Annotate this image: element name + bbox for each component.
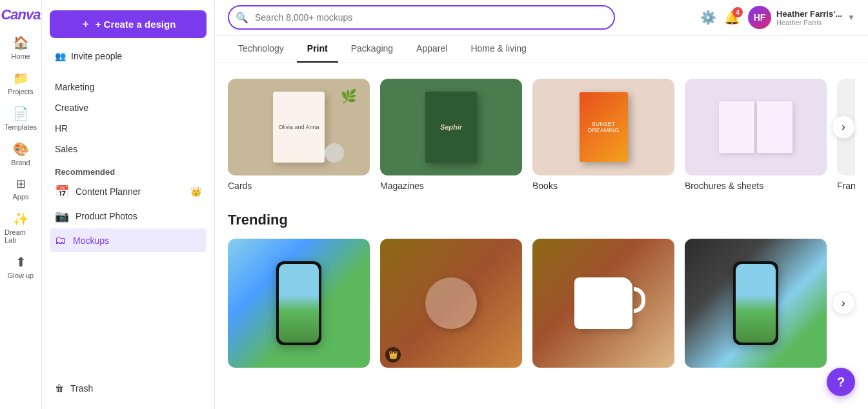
category-grid-wrapper: Olivia and Anna 🌿 Cards Sephir Magazines xyxy=(228,79,855,191)
main-content: 🔍 ⚙️ 🔔 4 HF Heather Farris'... Heather F… xyxy=(215,0,868,409)
left-panel: ＋ + Create a design 👥 Invite people Mark… xyxy=(42,0,215,409)
header-right: ⚙️ 🔔 4 HF Heather Farris'... Heather Far… xyxy=(700,6,855,29)
phone-mockup-2 xyxy=(733,261,778,345)
settings-icon: ⚙️ xyxy=(700,10,716,25)
trash-item[interactable]: 🗑 Trash xyxy=(50,378,207,399)
trash-icon: 🗑 xyxy=(55,383,64,394)
trending-grid-wrapper: 👑 › xyxy=(228,239,855,368)
trending-card-mug[interactable] xyxy=(532,239,674,368)
book-cover: SUNSET DREAMING xyxy=(580,92,628,162)
search-bar: 🔍 xyxy=(228,5,615,30)
content-planner-icon: 📅 xyxy=(55,185,69,199)
coaster-mockup xyxy=(425,277,477,329)
berries-decoration: 🌿 xyxy=(341,88,357,104)
create-design-button[interactable]: ＋ + Create a design xyxy=(50,10,207,38)
sidebar-item-label: Brand xyxy=(11,159,30,166)
dreamlab-icon: ✨ xyxy=(13,211,29,226)
glowup-icon: ⬆ xyxy=(15,254,26,270)
category-img-magazines: Sephir xyxy=(380,79,522,175)
notification-badge: 4 xyxy=(732,7,743,17)
trending-scroll-right-button[interactable]: › xyxy=(832,292,855,315)
coaster-crown-badge: 👑 xyxy=(385,347,401,363)
category-label-magazines: Magazines xyxy=(380,181,522,191)
mockups-icon: 🗂 xyxy=(55,234,66,247)
trending-card-coasters[interactable]: 👑 xyxy=(380,239,522,368)
tabs: Technology Print Packaging Apparel Home … xyxy=(215,35,868,63)
user-menu[interactable]: HF Heather Farris'... Heather Farris ▼ xyxy=(748,6,855,29)
card-mockup: Olivia and Anna 🌿 xyxy=(228,79,370,175)
settings-button[interactable]: ⚙️ xyxy=(700,10,716,25)
invite-icon: 👥 xyxy=(55,51,66,61)
avatar: HF xyxy=(748,6,771,29)
sidebar-item-label: Templates xyxy=(5,123,37,131)
header: 🔍 ⚙️ 🔔 4 HF Heather Farris'... Heather F… xyxy=(215,0,868,35)
sidebar: Canva 🏠 Home 📁 Projects 📄 Templates 🎨 Br… xyxy=(0,0,42,409)
category-scroll-right-button[interactable]: › xyxy=(832,115,855,139)
create-icon: ＋ xyxy=(81,18,90,30)
category-img-books: SUNSET DREAMING xyxy=(532,79,674,175)
crown-icon: 👑 xyxy=(190,186,201,197)
nav-mockups[interactable]: 🗂 Mockups xyxy=(50,228,207,252)
question-mark-icon: ? xyxy=(837,375,845,390)
nav-creative[interactable]: Creative xyxy=(50,97,207,118)
trending-card-phone1[interactable] xyxy=(228,239,370,368)
category-label-cards: Cards xyxy=(228,181,370,191)
sidebar-item-brand[interactable]: 🎨 Brand xyxy=(2,137,39,170)
phone-screen-2 xyxy=(736,264,776,343)
tab-packaging[interactable]: Packaging xyxy=(341,35,403,63)
tab-home-living[interactable]: Home & living xyxy=(460,35,536,63)
nav-product-photos[interactable]: 📷 Product Photos xyxy=(50,204,207,228)
sidebar-item-apps[interactable]: ⊞ Apps xyxy=(2,173,39,204)
notifications-button[interactable]: 🔔 4 xyxy=(724,10,740,25)
help-button[interactable]: ? xyxy=(827,368,855,396)
sidebar-item-templates[interactable]: 📄 Templates xyxy=(2,102,39,135)
trending-section: Trending 👑 xyxy=(228,212,855,368)
chevron-down-icon: ▼ xyxy=(847,13,855,22)
category-card-books[interactable]: SUNSET DREAMING Books xyxy=(532,79,674,191)
trending-card-phone2[interactable] xyxy=(685,239,827,368)
sidebar-item-label: Home xyxy=(11,52,30,60)
sidebar-item-label: Apps xyxy=(12,193,28,201)
nav-content-planner[interactable]: 📅 Content Planner 👑 xyxy=(50,179,207,204)
user-name-block: Heather Farris'... Heather Farris xyxy=(776,9,842,26)
search-input[interactable] xyxy=(228,5,615,30)
category-grid: Olivia and Anna 🌿 Cards Sephir Magazines xyxy=(228,79,855,191)
mug-mockup xyxy=(574,277,632,329)
invite-people-button[interactable]: 👥 Invite people xyxy=(50,46,207,66)
user-sub-name: Heather Farris xyxy=(776,19,842,26)
brochure-mockup xyxy=(685,79,827,175)
sidebar-item-projects[interactable]: 📁 Projects xyxy=(2,66,39,99)
category-img-brochures xyxy=(685,79,827,175)
nav-marketing[interactable]: Marketing xyxy=(50,77,207,97)
home-icon: 🏠 xyxy=(13,35,29,50)
broch-page1 xyxy=(719,101,754,153)
category-label-books: Books xyxy=(532,181,674,191)
product-photos-icon: 📷 xyxy=(55,209,69,223)
trending-title: Trending xyxy=(228,212,855,228)
trending-grid: 👑 xyxy=(228,239,855,368)
apps-icon: ⊞ xyxy=(16,177,26,191)
broch-page2 xyxy=(757,101,792,153)
category-img-cards: Olivia and Anna 🌿 xyxy=(228,79,370,175)
app-logo[interactable]: Canva xyxy=(1,6,40,23)
book-mockup: SUNSET DREAMING xyxy=(532,79,674,175)
search-icon: 🔍 xyxy=(236,12,248,24)
content-area: Olivia and Anna 🌿 Cards Sephir Magazines xyxy=(215,63,868,409)
mag-cover: Sephir xyxy=(425,92,477,163)
category-card-magazines[interactable]: Sephir Magazines xyxy=(380,79,522,191)
sidebar-item-glowup[interactable]: ⬆ Glow up xyxy=(2,250,39,283)
sidebar-item-home[interactable]: 🏠 Home xyxy=(2,31,39,64)
category-label-brochures: Brochures & sheets xyxy=(685,181,827,191)
sidebar-item-dreamlab[interactable]: ✨ Dream Lab xyxy=(2,207,39,248)
tab-print[interactable]: Print xyxy=(297,35,338,63)
category-card-brochures[interactable]: Brochures & sheets xyxy=(685,79,827,191)
category-label-frames: Frames xyxy=(837,181,855,191)
nav-sales[interactable]: Sales xyxy=(50,139,207,159)
phone-screen-1 xyxy=(279,264,319,343)
tab-technology[interactable]: Technology xyxy=(228,35,294,63)
category-card-cards[interactable]: Olivia and Anna 🌿 Cards xyxy=(228,79,370,191)
brand-icon: 🎨 xyxy=(13,141,29,157)
mug-handle xyxy=(634,287,645,313)
nav-hr[interactable]: HR xyxy=(50,118,207,139)
tab-apparel[interactable]: Apparel xyxy=(406,35,458,63)
